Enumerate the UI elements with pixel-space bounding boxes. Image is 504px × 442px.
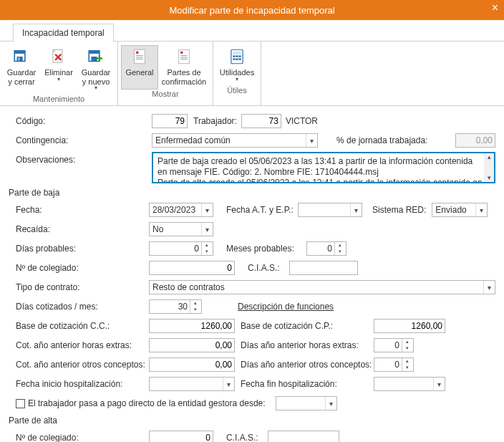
svg-rect-18: [180, 59, 188, 59]
svg-rect-1: [14, 51, 25, 54]
n-colegiado-alta-input[interactable]: [149, 431, 213, 442]
section-parte-alta: Parte de alta: [9, 415, 495, 426]
recaida-combo[interactable]: No ▾: [149, 222, 213, 236]
spin-down-icon[interactable]: ▾: [335, 249, 344, 255]
base-cc-input[interactable]: [149, 319, 235, 333]
spin-up-icon[interactable]: ▴: [202, 242, 211, 249]
dias-horas-input[interactable]: 0 ▴▾: [374, 338, 414, 352]
pct-jornada-input: [455, 133, 495, 148]
base-cp-input[interactable]: [374, 319, 445, 333]
scroll-up-icon[interactable]: ▴: [484, 153, 494, 161]
pago-directo-checkbox[interactable]: [16, 399, 25, 408]
save-new-icon: [86, 47, 106, 66]
spin-up-icon[interactable]: ▴: [335, 242, 344, 249]
dias-cotizados-input[interactable]: 30 ▴▾: [149, 299, 202, 314]
observaciones-label: Observaciones:: [9, 152, 152, 165]
fecha-ini-hosp-input[interactable]: ▾: [149, 377, 235, 391]
chevron-down-icon: ▾: [94, 85, 97, 91]
tab-strip: Incapacidad temporal: [0, 20, 504, 42]
codigo-input[interactable]: [152, 114, 188, 128]
svg-rect-22: [236, 55, 238, 57]
svg-rect-16: [180, 55, 188, 56]
sistema-red-baja-label: Sistema RED:: [372, 205, 426, 215]
svg-rect-11: [136, 55, 143, 56]
ribbon-group-mantenimiento: Guardar y cerrar Eliminar ▾ Guardar: [0, 42, 118, 105]
svg-rect-26: [238, 58, 241, 59]
close-icon[interactable]: ×: [492, 1, 498, 14]
svg-rect-24: [233, 58, 235, 59]
fecha-fin-hosp-label: Fecha fin hospitalización:: [241, 379, 374, 389]
descripcion-funciones-link[interactable]: Descripción de funciones: [238, 302, 334, 312]
cias-alta-input[interactable]: [268, 431, 339, 442]
cot-horas-label: Cot. año anterior horas extras:: [9, 340, 149, 350]
pct-jornada-label: % de jornada trabajada:: [336, 135, 427, 145]
spin-down-icon[interactable]: ▾: [202, 249, 211, 255]
ribbon-group-mostrar: General Partes de confirmación Mostrar: [118, 42, 213, 105]
spin-up-icon[interactable]: ▴: [402, 339, 412, 345]
scroll-down-icon[interactable]: ▾: [484, 174, 494, 182]
chevron-down-icon[interactable]: ▾: [475, 203, 487, 216]
chevron-down-icon[interactable]: ▾: [201, 203, 213, 216]
spin-down-icon[interactable]: ▾: [190, 307, 200, 313]
svg-rect-10: [136, 52, 138, 54]
observaciones-textarea[interactable]: Parte de baja creado el 05/06/2023 a las…: [152, 152, 495, 183]
meses-probables-input[interactable]: 0 ▴▾: [306, 241, 346, 256]
save-close-button[interactable]: Guardar y cerrar: [3, 45, 40, 95]
fecha-baja-input[interactable]: 28/03/2023 ▾: [149, 203, 213, 217]
svg-rect-13: [136, 59, 143, 59]
base-cc-label: Base de cotización C.C.:: [9, 321, 149, 331]
spin-down-icon[interactable]: ▾: [402, 345, 412, 352]
cias-alta-label: C.I.A.S.:: [226, 433, 268, 442]
fecha-at-ep-label: Fecha A.T. y E.P.:: [226, 205, 298, 215]
chevron-down-icon[interactable]: ▾: [483, 281, 495, 294]
tipo-contrato-combo[interactable]: Resto de contratos ▾: [149, 280, 495, 294]
scrollbar[interactable]: ▴ ▾: [484, 153, 494, 182]
fecha-fin-hosp-input[interactable]: ▾: [374, 377, 445, 391]
n-colegiado-baja-input[interactable]: [149, 261, 235, 275]
chevron-down-icon[interactable]: ▾: [306, 134, 317, 147]
pago-directo-fecha-input[interactable]: ▾: [276, 396, 337, 410]
svg-rect-8: [92, 57, 97, 62]
contingencia-combo[interactable]: Enfermedad común ▾: [152, 133, 318, 148]
cot-otros-label: Cot. año anterior otros conceptos:: [9, 360, 149, 370]
trabajador-nombre: VICTOR: [286, 116, 318, 126]
chevron-down-icon[interactable]: ▾: [350, 203, 362, 216]
delete-button[interactable]: Eliminar ▾: [40, 45, 77, 95]
cot-otros-input[interactable]: [149, 357, 235, 372]
svg-rect-15: [180, 52, 183, 54]
partes-confirmacion-button[interactable]: Partes de confirmación: [158, 45, 210, 90]
spin-down-icon[interactable]: ▾: [402, 365, 412, 371]
cot-horas-input[interactable]: [149, 338, 235, 352]
meses-probables-label: Meses probables:: [226, 244, 306, 254]
chevron-down-icon[interactable]: ▾: [201, 223, 213, 236]
svg-rect-14: [179, 49, 190, 64]
svg-rect-7: [89, 51, 100, 54]
ribbon-group-utiles: Utilidades ▾ Útiles: [213, 42, 261, 105]
svg-rect-23: [238, 55, 241, 57]
general-button[interactable]: General: [121, 45, 158, 90]
svg-rect-21: [233, 55, 235, 57]
chevron-down-icon: ▾: [57, 76, 60, 82]
svg-rect-25: [236, 58, 238, 59]
dias-otros-input[interactable]: 0 ▴▾: [374, 357, 414, 372]
spin-up-icon[interactable]: ▴: [190, 300, 200, 307]
utilidades-button[interactable]: Utilidades ▾: [216, 45, 258, 86]
fecha-at-ep-input[interactable]: ▾: [298, 203, 362, 217]
dias-probables-input[interactable]: 0 ▴▾: [149, 241, 213, 256]
chevron-down-icon[interactable]: ▾: [223, 378, 234, 390]
spin-up-icon[interactable]: ▴: [402, 358, 412, 365]
ribbon-group-label: Mostrar: [152, 90, 178, 100]
save-new-button[interactable]: Guardar y nuevo ▾: [77, 45, 115, 95]
chevron-down-icon[interactable]: ▾: [325, 397, 336, 410]
trabajador-num-input[interactable]: [241, 114, 281, 128]
pago-directo-label: El trabajador pasa a pago directo de la …: [28, 398, 266, 408]
chevron-down-icon[interactable]: ▾: [433, 378, 445, 390]
contingencia-label: Contingencia:: [9, 135, 152, 145]
sistema-red-baja-combo[interactable]: Enviado ▾: [432, 203, 488, 217]
tab-incapacidad-temporal[interactable]: Incapacidad temporal: [13, 24, 114, 42]
svg-rect-9: [135, 49, 145, 64]
cias-baja-input[interactable]: [289, 261, 358, 275]
dias-probables-label: Días probables:: [9, 244, 149, 254]
n-colegiado-alta-label: Nº de colegiado:: [9, 433, 149, 442]
dias-horas-label: Días año anterior horas extras:: [241, 340, 374, 350]
